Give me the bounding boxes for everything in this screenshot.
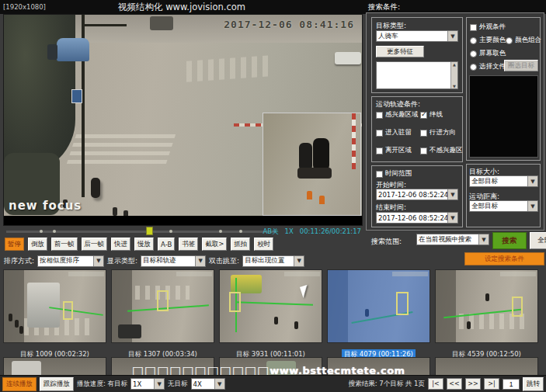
seek-marker [239,230,242,233]
chevron-down-icon[interactable]: ▼ [447,31,457,41]
start-time-dropdown[interactable]: 2017-12-06 08:52:24 ▼ [376,189,458,200]
results-thumbnails [3,269,538,343]
target-type-dropdown[interactable]: 人骑车 ▼ [376,30,458,42]
pip-rider [313,138,329,171]
result-thumb-5[interactable] [435,269,538,343]
leave-area-label: 离开区域 [385,146,412,155]
time-range-group: 时间范围 开始时间: 2017-12-06 08:52:24 ▼ 结束时间: 2… [371,165,463,227]
select-file-radio[interactable] [470,64,477,71]
track-play-button[interactable]: 跟踪播放 [40,377,74,391]
next-page-button[interactable]: >> [465,378,481,390]
time-sync-button[interactable]: 校时 [254,238,273,251]
chevron-down-icon[interactable]: ▼ [195,256,205,266]
target-size-dropdown[interactable]: 全部目标 ▼ [469,175,538,187]
non-roi-checkbox[interactable] [420,147,427,154]
target-speed-dropdown[interactable]: 1X ▼ [130,378,165,390]
chevron-down-icon[interactable]: ▼ [527,201,537,211]
pip-rider [299,143,312,171]
continuous-play-button[interactable]: 连续播放 [2,377,37,391]
search-scope-dropdown[interactable]: 在当前视频中搜索 ▼ [416,234,489,245]
time-status: 00:11:26/00:21:17 [300,227,361,237]
slow-play-button[interactable]: 慢放 [134,238,154,251]
main-color-radio[interactable] [470,37,477,44]
playback-controls: 暂停 倒放 前一帧 后一帧 快进 慢放 A-B 书签 截取> 抓拍 校时 [5,238,363,251]
video-letterbox [4,216,362,225]
chevron-down-icon[interactable]: ▼ [214,379,224,389]
search-button[interactable]: 搜索 [492,232,527,249]
no-target-speed-dropdown[interactable]: 4X ▼ [191,378,225,390]
scene-pole-arm [82,24,127,26]
appearance-checkbox[interactable] [470,24,477,31]
ab-loop-button[interactable]: A-B [158,238,175,251]
pip-cone [307,191,312,199]
pip-bike [297,168,332,179]
prev-page-button[interactable]: << [447,378,462,390]
result-thumb-3[interactable] [219,269,322,343]
chevron-down-icon[interactable]: ▼ [93,256,103,266]
chevron-down-icon[interactable]: ▼ [478,234,489,245]
chevron-down-icon[interactable]: ▼ [447,189,457,199]
target-size-group: 目标大小: 全部目标 ▼ 运动距离: 全部目标 ▼ [466,164,541,227]
thumb-pedestrian [9,314,12,321]
seek-marker [219,230,222,233]
video-player[interactable]: 2017-12-06 08:41:16 new focus [3,14,363,226]
direction-checkbox[interactable] [420,130,427,137]
set-search-conditions-button[interactable]: 设定搜索条件 [464,252,544,265]
appearance-label: 外观条件 [479,23,506,32]
sort-dropdown[interactable]: 按相似度排序 ▼ [37,255,104,267]
display-type-dropdown[interactable]: 目标和轨迹 ▼ [141,255,206,267]
distance-dropdown[interactable]: 全部目标 ▼ [469,200,538,212]
bookmark-button[interactable]: 书签 [179,238,198,251]
listbox-scrollbar[interactable]: ▲ ▼ [450,62,457,88]
enter-stay-checkbox-row: 进入驻留 [376,128,412,137]
last-page-button[interactable]: >| [484,378,499,390]
chevron-down-icon[interactable]: ▼ [447,213,457,223]
video-timestamp: 2017-12-06 08:41:16 [224,19,354,30]
enter-stay-label: 进入驻留 [385,128,412,137]
time-range-checkbox[interactable] [376,171,383,178]
cancel-all-button[interactable]: 全部取消 [530,232,546,249]
prev-frame-button[interactable]: 前一帧 [51,238,78,251]
more-features-button[interactable]: 更多特征 [376,46,424,57]
reverse-button[interactable]: 倒放 [28,238,47,251]
thumb-timestamp-overlay [392,272,428,276]
seek-track[interactable] [6,231,276,233]
result-thumb-4-selected[interactable] [327,269,430,343]
scene-dark-car [150,16,173,30]
jump-to-dropdown[interactable]: 目标出现位置 ▼ [242,255,304,267]
result-thumb-2[interactable] [111,269,214,343]
features-listbox[interactable]: ▲ ▼ [376,61,458,89]
screen-pick-label: 屏幕取色 [479,49,506,58]
page-number-input[interactable] [503,379,520,390]
leave-area-checkbox[interactable] [376,147,383,154]
color-combo-radio[interactable] [506,37,513,44]
thumb-timestamp-overlay [284,272,320,276]
chevron-down-icon[interactable]: ▼ [294,256,304,266]
jump-page-button[interactable]: 跳转 [523,377,544,391]
screen-pick-radio[interactable] [470,50,477,57]
select-target-button[interactable]: 圈选目标 [504,60,538,71]
first-page-button[interactable]: |< [428,378,443,390]
scroll-down-icon[interactable]: ▼ [453,84,456,88]
scroll-up-icon[interactable]: ▲ [453,62,456,67]
chevron-down-icon[interactable]: ▼ [154,379,164,389]
fast-forward-button[interactable]: 快进 [111,238,130,251]
tripwire-checkbox[interactable]: ✓ [420,112,427,119]
enter-stay-checkbox[interactable] [376,130,383,137]
seek-marker [40,230,43,233]
time-range-label: 时间范围 [385,169,412,179]
pause-button[interactable]: 暂停 [5,238,24,251]
end-time-dropdown[interactable]: 2017-12-06 08:52:24 ▼ [376,212,458,224]
clip-button[interactable]: 截取> [202,238,227,251]
leave-area-checkbox-row: 离开区域 [376,146,412,155]
next-frame-button[interactable]: 后一帧 [82,238,108,251]
seek-handle[interactable] [146,227,153,235]
chevron-down-icon[interactable]: ▼ [527,176,537,186]
result-thumb-1[interactable] [3,269,106,343]
roi-checkbox[interactable] [376,112,383,119]
snapshot-button[interactable]: 抓拍 [231,238,250,251]
scene-tricycle-cab [47,44,57,60]
playback-info: AB关 1X 00:11:26/00:21:17 [263,227,361,237]
scene-road-sign [71,89,82,103]
pip-inset-window [263,113,361,216]
